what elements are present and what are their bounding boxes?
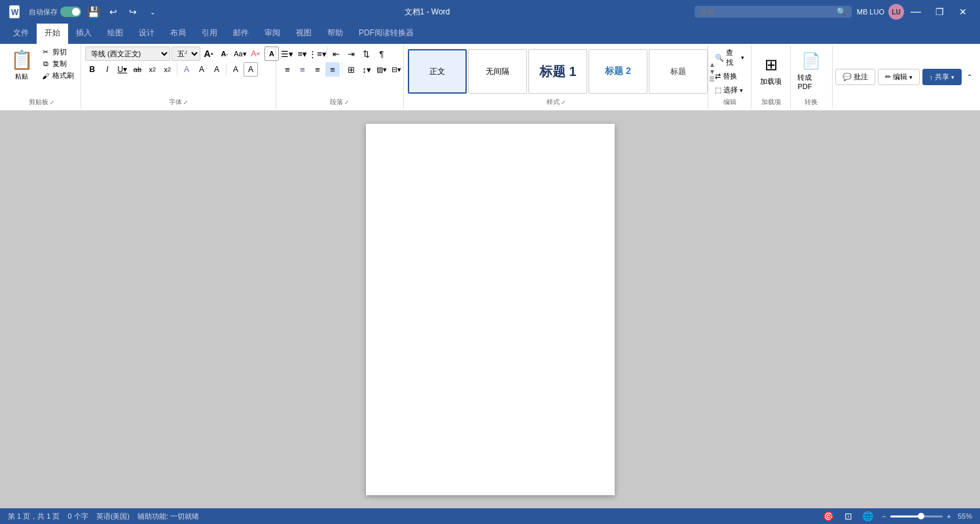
styles-expand-icon[interactable]: ⤢ [561, 100, 566, 105]
paragraph-group-label: 段落 ⤢ [280, 96, 399, 107]
align-center-button[interactable]: ≡ [295, 62, 310, 77]
ribbon-collapse-button[interactable]: ⌃ [964, 72, 975, 83]
ribbon-tabs: 文件 开始 插入 绘图 设计 布局 引用 邮件 审阅 视图 帮助 PDF阅读转换… [0, 24, 980, 44]
subscript-button[interactable]: x2 [145, 62, 160, 77]
convert-pdf-button[interactable]: 转成PDF [795, 71, 827, 92]
text-effect-button[interactable]: A [179, 62, 194, 77]
edit-mode-button[interactable]: ✏ 编辑 ▾ [878, 69, 920, 85]
tab-file[interactable]: 文件 [5, 24, 37, 44]
justify-button[interactable]: ≡ [325, 62, 340, 77]
zoom-fill [890, 515, 919, 517]
comment-icon: 💬 [843, 73, 852, 81]
bullet-list-button[interactable]: ☰▾ [280, 47, 295, 61]
tab-insert[interactable]: 插入 [68, 24, 100, 44]
strikethrough-button[interactable]: ab [130, 62, 145, 77]
share-label: 共享 [935, 72, 949, 82]
style-no-spacing[interactable]: 无间隔 [468, 49, 527, 94]
tab-design[interactable]: 设计 [131, 24, 162, 44]
underline-button[interactable]: U▾ [115, 62, 130, 77]
align-left-button[interactable]: ≡ [280, 62, 295, 77]
find-button[interactable]: 🔍 查找 ▾ [712, 47, 747, 69]
minimize-button[interactable]: — [904, 0, 928, 24]
tab-mailings[interactable]: 邮件 [225, 24, 257, 44]
search-input[interactable] [695, 6, 852, 18]
ribbon-content: 📋 粘贴 ✂ 剪切 ⧉ 复制 🖌 [0, 44, 980, 110]
accessibility-status: 辅助功能: 一切就绪 [137, 512, 199, 521]
find-label: 查找 [726, 48, 739, 67]
style-heading1[interactable]: 标题 1 [528, 49, 587, 94]
italic-button[interactable]: I [100, 62, 115, 77]
font-expand-icon[interactable]: ⤢ [183, 100, 188, 105]
font-shrink-button[interactable]: A- [217, 47, 232, 61]
clipboard-sub-buttons: ✂ 剪切 ⧉ 复制 🖌 格式刷 [39, 47, 77, 81]
format-painter-button[interactable]: 🖌 格式刷 [39, 70, 77, 81]
tab-view[interactable]: 视图 [288, 24, 319, 44]
share-button[interactable]: ↑ 共享 ▾ [922, 69, 962, 85]
cut-button[interactable]: ✂ 剪切 [39, 47, 77, 58]
tab-references[interactable]: 引用 [194, 24, 225, 44]
redo-button[interactable]: ↪ [126, 5, 140, 19]
clear-format-button[interactable]: A✕ [249, 47, 263, 61]
shading-button[interactable]: ▨▾ [374, 62, 389, 77]
document-area[interactable] [0, 111, 980, 508]
font-grow-button[interactable]: A+ [202, 47, 216, 61]
tab-review[interactable]: 审阅 [257, 24, 288, 44]
char-shading-button[interactable]: A [228, 62, 243, 77]
tab-help[interactable]: 帮助 [319, 24, 351, 44]
ribbon-group-styles: 正文 无间隔 标题 1 标题 2 标题 ▲ ▼ ☰ 样式 ⤢ [404, 45, 709, 109]
undo-button[interactable]: ↩ [106, 5, 120, 19]
decrease-indent-button[interactable]: ⇤ [329, 47, 344, 61]
para-sep-2 [342, 62, 342, 74]
document-page[interactable] [366, 124, 615, 495]
addins-button[interactable]: 加载项 [757, 75, 784, 88]
find-icon: 🔍 [715, 54, 724, 62]
line-spacing-button[interactable]: ↕▾ [359, 62, 374, 77]
avatar[interactable]: LU [888, 4, 904, 20]
zoom-plus-button[interactable]: ＋ [945, 512, 953, 521]
tab-pdf[interactable]: PDF阅读转换器 [351, 24, 422, 44]
select-button[interactable]: ⬚ 选择 ▾ [712, 84, 747, 96]
save-button[interactable]: 💾 [86, 5, 101, 19]
style-heading[interactable]: 标题 [649, 49, 708, 94]
focus-mode-button[interactable]: 🎯 [822, 509, 836, 523]
superscript-button[interactable]: x2 [160, 62, 175, 77]
show-marks-button[interactable]: ¶ [374, 47, 389, 61]
style-heading2[interactable]: 标题 2 [589, 49, 647, 94]
char-border-btn2[interactable]: A [244, 62, 258, 77]
font-size-select[interactable]: 五号 [172, 47, 200, 61]
paste-button[interactable]: 📋 粘贴 [7, 47, 37, 84]
replace-button[interactable]: ⇄ 替换 [712, 70, 747, 83]
more-commands-button[interactable]: ⌄ [145, 5, 160, 19]
tab-home[interactable]: 开始 [37, 24, 68, 44]
restore-button[interactable]: ❐ [928, 0, 951, 24]
find-dropdown-icon: ▾ [741, 54, 744, 61]
font-name-select[interactable]: 等线 (西文正文) [85, 47, 170, 61]
zoom-track[interactable] [890, 515, 943, 517]
clipboard-expand-icon[interactable]: ⤢ [50, 100, 54, 105]
border-button[interactable]: ⊟▾ [390, 62, 404, 77]
tab-layout[interactable]: 布局 [162, 24, 194, 44]
numbered-list-button[interactable]: ≡▾ [295, 47, 310, 61]
close-button[interactable]: ✕ [951, 0, 975, 24]
zoom-minus-button[interactable]: － [880, 512, 888, 521]
web-layout-button[interactable]: 🌐 [861, 509, 875, 523]
zoom-slider[interactable]: － ＋ [880, 512, 953, 521]
change-case-button[interactable]: Aa▾ [233, 47, 247, 61]
zoom-thumb[interactable] [918, 513, 924, 519]
autosave-toggle[interactable] [60, 7, 81, 17]
highlight-button[interactable]: A [194, 62, 209, 77]
comment-button[interactable]: 💬 批注 [835, 69, 875, 85]
multilevel-list-button[interactable]: ⋮≡▾ [310, 47, 325, 61]
cut-label: 剪切 [52, 47, 67, 57]
tab-draw[interactable]: 绘图 [100, 24, 131, 44]
increase-indent-button[interactable]: ⇥ [344, 47, 359, 61]
paragraph-expand-icon[interactable]: ⤢ [344, 100, 349, 105]
print-layout-button[interactable]: ⊡ [841, 509, 856, 523]
style-normal[interactable]: 正文 [408, 49, 467, 94]
align-right-button[interactable]: ≡ [310, 62, 325, 77]
bold-button[interactable]: B [85, 62, 100, 77]
sort-button[interactable]: ⇅ [359, 47, 374, 61]
column-button[interactable]: ⊞ [344, 62, 359, 77]
copy-button[interactable]: ⧉ 复制 [39, 58, 77, 69]
font-color-button[interactable]: A [209, 62, 224, 77]
